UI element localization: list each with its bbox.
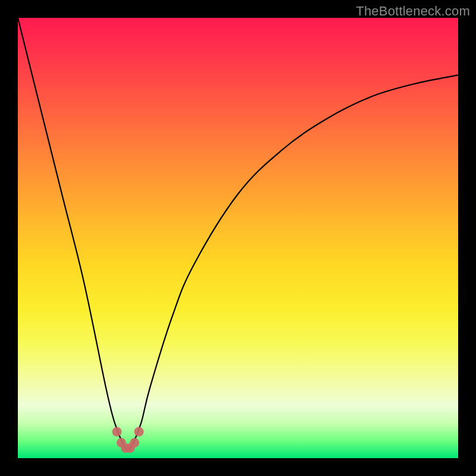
- bottleneck-curve-path: [18, 18, 458, 449]
- trough-marker-group: [112, 427, 144, 453]
- trough-marker: [130, 438, 139, 447]
- chart-frame: TheBottleneck.com: [0, 0, 476, 476]
- plot-area: [18, 18, 458, 458]
- bottleneck-curve-svg: [18, 18, 458, 458]
- trough-marker: [134, 427, 144, 437]
- trough-marker: [112, 427, 122, 437]
- watermark-text: TheBottleneck.com: [356, 4, 470, 19]
